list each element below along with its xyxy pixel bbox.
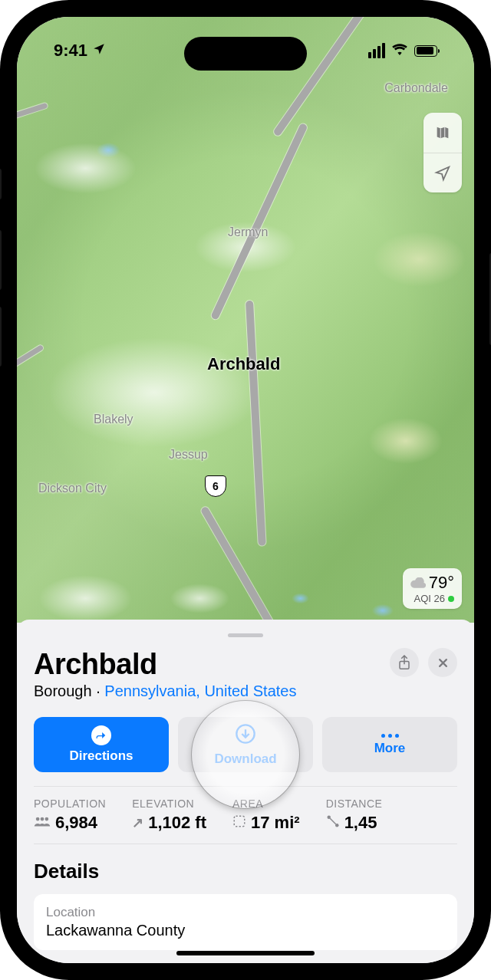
battery-icon: [414, 45, 437, 57]
stat-area: AREA 17 mi²: [232, 797, 326, 833]
cellular-signal-icon: [368, 43, 385, 58]
aqi-status-dot-icon: [448, 596, 454, 602]
place-sheet[interactable]: Archbald Borough · Pennsylvania, United …: [17, 620, 474, 963]
map-mode-button[interactable]: [423, 113, 462, 153]
map-label-dickson-city: Dickson City: [38, 482, 107, 495]
area-icon: [232, 814, 246, 832]
detail-location-label: Location: [46, 905, 445, 920]
route-shield-icon: 6: [205, 475, 226, 497]
wifi-icon: [391, 43, 408, 58]
map-label-archbald: Archbald: [207, 354, 280, 374]
svg-point-4: [45, 817, 49, 821]
stat-elevation: ELEVATION ↗1,102 ft: [132, 797, 232, 833]
download-icon: [235, 723, 256, 748]
sheet-grabber[interactable]: [228, 633, 263, 637]
svg-rect-5: [234, 816, 245, 827]
map-label-jermyn: Jermyn: [228, 225, 268, 239]
weather-temp-value: 79°: [429, 573, 454, 593]
people-icon: [34, 815, 51, 831]
directions-icon: [91, 725, 111, 745]
cloud-icon: [410, 573, 426, 593]
more-button[interactable]: More: [322, 717, 457, 772]
volume-down-button: [0, 307, 2, 367]
map-label-carbondale: Carbondale: [384, 81, 448, 95]
location-services-icon: [92, 41, 106, 61]
details-heading: Details: [34, 860, 457, 883]
home-indicator[interactable]: [176, 951, 315, 955]
weather-badge[interactable]: 79° AQI 26: [403, 568, 462, 609]
weather-aqi-value: AQI 26: [414, 593, 445, 604]
detail-location-value: Lackawanna County: [46, 922, 445, 939]
stat-distance: DISTANCE 1,45: [326, 797, 409, 833]
map-canvas[interactable]: Carbondale Jermyn Archbald Blakely Jessu…: [17, 17, 474, 623]
volume-up-button: [0, 230, 2, 290]
download-label: Download: [214, 751, 276, 767]
arrow-up-right-icon: ↗: [132, 814, 143, 831]
svg-point-3: [41, 817, 44, 821]
directions-label: Directions: [69, 748, 133, 764]
screen: 9:41: [17, 17, 474, 963]
place-title: Archbald: [34, 648, 296, 681]
status-time: 9:41: [54, 41, 87, 61]
mute-switch: [0, 169, 2, 199]
dynamic-island: [184, 37, 307, 71]
locate-me-button[interactable]: [423, 153, 462, 192]
close-button[interactable]: [428, 648, 457, 677]
more-label: More: [374, 741, 406, 756]
map-label-jessup: Jessup: [169, 448, 208, 462]
more-icon: [381, 734, 399, 738]
map-label-blakely: Blakely: [94, 413, 133, 426]
map-controls: [423, 113, 462, 192]
stat-population: POPULATION 6,984: [34, 797, 132, 833]
place-subtitle: Borough · Pennsylvania, United States: [34, 682, 296, 700]
svg-point-2: [36, 817, 40, 821]
place-region-link[interactable]: Pennsylvania, United States: [104, 682, 296, 699]
route-icon: [326, 814, 340, 832]
stats-row[interactable]: POPULATION 6,984 ELEVATION ↗1,102 ft ARE…: [34, 786, 457, 844]
device-frame: 9:41: [0, 0, 491, 980]
directions-button[interactable]: Directions: [34, 717, 169, 772]
download-button[interactable]: Download: [178, 717, 313, 772]
details-card: Location Lackawanna County: [34, 894, 457, 950]
share-button[interactable]: [390, 648, 419, 677]
